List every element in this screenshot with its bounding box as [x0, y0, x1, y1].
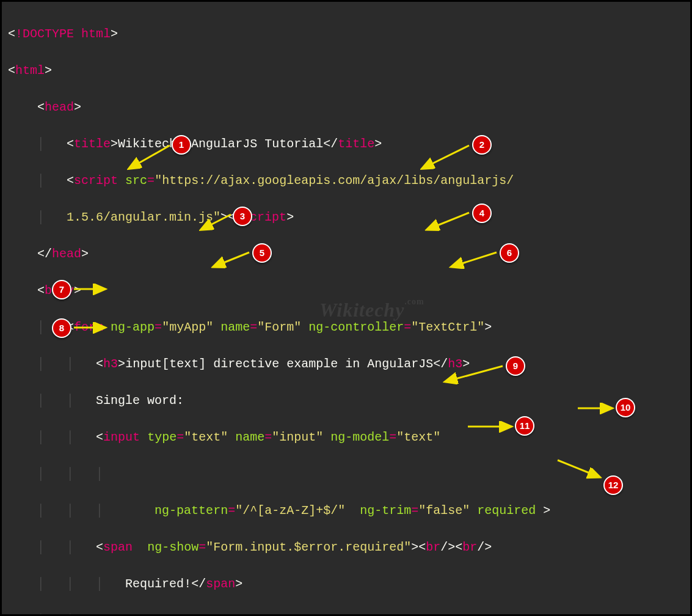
- code-line: │ <script src="https://ajax.googleapis.c…: [8, 172, 684, 190]
- annotation-badge-8: 8: [52, 318, 71, 338]
- code-editor: <!DOCTYPE html> <html> <head> │ <title>W…: [2, 2, 690, 616]
- code-line: │ │ <span ng-show="Form.input.$error.pat…: [8, 612, 684, 616]
- annotation-badge-6: 6: [500, 243, 519, 263]
- annotation-badge-9: 9: [506, 356, 525, 376]
- code-line: │ 1.5.6/angular.min.js"></script>: [8, 208, 684, 227]
- code-line: │ │ <input type="text" name="input" ng-m…: [8, 428, 684, 447]
- code-line: <html>: [8, 62, 684, 80]
- code-line: │ │ │ ng-pattern="/^[a-zA-Z]+$/" ng-trim…: [8, 502, 684, 520]
- code-line: </head>: [8, 245, 684, 263]
- code-line: │ │ │: [8, 465, 684, 483]
- code-line: <!DOCTYPE html>: [8, 25, 684, 43]
- code-line: │ │ Single word:: [8, 392, 684, 410]
- annotation-badge-10: 10: [616, 398, 635, 417]
- annotation-badge-12: 12: [603, 475, 623, 495]
- code-line: │ │ <h3>input[text] directive example in…: [8, 355, 684, 373]
- code-line: │ │ │ Required!</span>: [8, 575, 684, 593]
- code-line: │ <form ng-app="myApp" name="Form" ng-co…: [8, 318, 684, 337]
- annotation-badge-11: 11: [515, 416, 534, 436]
- annotation-badge-3: 3: [233, 207, 252, 226]
- annotation-badge-4: 4: [472, 204, 492, 223]
- annotation-badge-7: 7: [52, 280, 71, 299]
- code-line: │ │ <span ng-show="Form.input.$error.req…: [8, 538, 684, 557]
- annotation-badge-5: 5: [252, 243, 272, 263]
- code-line: │ <title>Wikitechy AngularJS Tutorial</t…: [8, 135, 684, 153]
- code-line: <body>: [8, 282, 684, 300]
- annotation-badge-1: 1: [172, 135, 191, 155]
- annotation-badge-2: 2: [472, 135, 492, 155]
- code-line: <head>: [8, 98, 684, 117]
